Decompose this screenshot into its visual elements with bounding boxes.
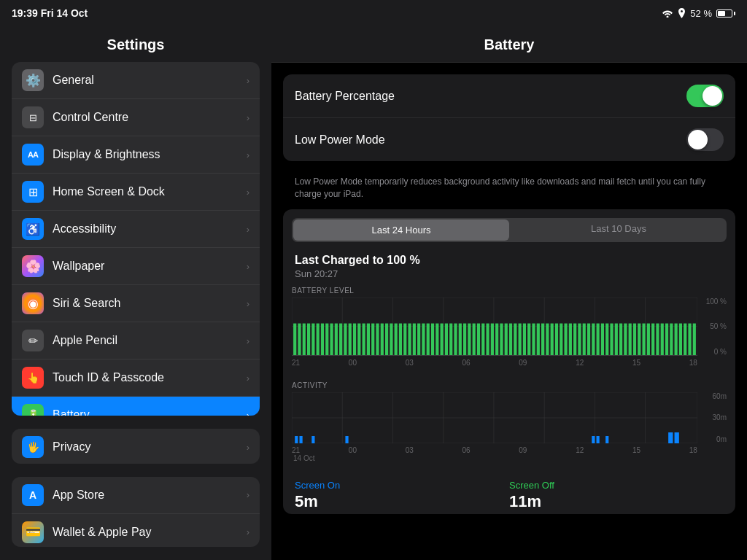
svg-rect-31 — [381, 323, 384, 354]
svg-rect-37 — [408, 323, 411, 354]
detail-title: Battery — [271, 26, 747, 63]
svg-rect-49 — [463, 323, 466, 354]
battery-percentage-status: 52 % — [690, 8, 712, 19]
svg-rect-93 — [665, 323, 668, 354]
svg-rect-32 — [385, 323, 388, 354]
svg-rect-65 — [537, 323, 540, 354]
status-bar: 19:39 Fri 14 Oct 52 % — [0, 0, 747, 26]
low-power-mode-toggle[interactable] — [686, 128, 724, 151]
svg-rect-59 — [509, 323, 512, 354]
apple-pencil-label: Apple Pencil — [53, 334, 247, 347]
battery-chart-container: Last 24 Hours Last 10 Days Last Charged … — [283, 209, 735, 514]
sidebar-item-touch-id[interactable]: 👆 Touch ID & Passcode › — [12, 359, 260, 397]
siri-label: Siri & Search — [53, 297, 247, 310]
battery-level-chart-label: BATTERY LEVEL — [292, 287, 727, 295]
svg-rect-94 — [670, 323, 673, 354]
svg-rect-76 — [587, 323, 590, 354]
sidebar-item-accessibility[interactable]: ♿ Accessibility › — [12, 211, 260, 248]
detail-content: Battery Percentage Low Power Mode Low Po… — [271, 63, 747, 534]
battery-icon-status — [716, 9, 735, 18]
svg-rect-13 — [298, 323, 301, 354]
sidebar-item-app-store[interactable]: A App Store › — [12, 477, 260, 514]
touch-id-label: Touch ID & Passcode — [53, 371, 247, 384]
tab-10d[interactable]: Last 10 Days — [511, 218, 727, 242]
tab-24h[interactable]: Last 24 Hours — [293, 219, 509, 241]
sidebar-item-wallet[interactable]: 💳 Wallet & Apple Pay › — [12, 514, 260, 547]
svg-rect-38 — [413, 323, 416, 354]
svg-rect-90 — [651, 323, 654, 354]
svg-rect-71 — [564, 323, 567, 354]
sidebar-item-display[interactable]: AA Display & Brightness › — [12, 136, 260, 174]
svg-rect-33 — [390, 323, 392, 354]
activity-chart-label: ACTIVITY — [292, 381, 727, 389]
svg-rect-115 — [345, 436, 348, 443]
low-power-mode-row: Low Power Mode — [283, 118, 735, 161]
home-screen-label: Home Screen & Dock — [53, 185, 247, 198]
svg-rect-72 — [569, 323, 572, 354]
status-icons: 52 % — [662, 8, 735, 19]
activity-chart-wrapper: 60m 30m 0m — [292, 392, 727, 443]
chevron-icon: › — [247, 298, 249, 309]
sidebar-item-siri[interactable]: ◉ Siri & Search › — [12, 285, 260, 322]
screen-on-value: 5m — [295, 492, 509, 511]
chevron-icon: › — [247, 489, 249, 500]
svg-rect-95 — [675, 323, 678, 354]
svg-rect-36 — [403, 323, 406, 354]
app-store-icon: A — [22, 484, 44, 506]
sidebar-item-control-centre[interactable]: ⊟ Control Centre › — [12, 99, 260, 136]
svg-rect-20 — [330, 323, 333, 354]
low-power-desc: Low Power Mode temporarily reduces backg… — [283, 170, 735, 209]
wallpaper-icon: 🌸 — [22, 255, 44, 277]
wallet-label: Wallet & Apple Pay — [53, 526, 247, 539]
svg-rect-51 — [473, 323, 476, 354]
svg-rect-89 — [647, 323, 650, 354]
battery-percentage-toggle[interactable] — [686, 85, 724, 107]
svg-rect-56 — [495, 323, 498, 354]
chevron-icon: › — [247, 261, 249, 272]
chevron-icon: › — [247, 373, 249, 384]
svg-rect-83 — [619, 323, 622, 354]
svg-rect-70 — [560, 323, 562, 354]
chevron-icon: › — [247, 526, 249, 537]
svg-rect-113 — [299, 436, 302, 443]
accessibility-label: Accessibility — [53, 222, 247, 236]
sidebar-item-privacy[interactable]: 🖐 Privacy › — [12, 429, 260, 464]
display-icon: AA — [22, 144, 44, 166]
screen-off-label: Screen Off — [509, 480, 724, 491]
status-time: 19:39 Fri 14 Oct — [12, 7, 88, 19]
svg-rect-54 — [486, 323, 489, 354]
control-centre-label: Control Centre — [53, 111, 247, 124]
sidebar-item-wallpaper[interactable]: 🌸 Wallpaper › — [12, 248, 260, 285]
time-tabs: Last 24 Hours Last 10 Days — [292, 218, 727, 242]
chevron-icon: › — [247, 112, 249, 123]
chevron-icon: › — [247, 75, 249, 86]
svg-rect-88 — [642, 323, 645, 354]
chevron-icon: › — [247, 442, 249, 453]
chevron-icon: › — [247, 149, 249, 160]
sidebar-title: Settings — [0, 26, 271, 62]
svg-rect-120 — [675, 432, 679, 443]
display-label: Display & Brightness — [53, 148, 247, 161]
battery-settings-group: Battery Percentage Low Power Mode — [283, 74, 735, 161]
battery-x-axis: 21 00 03 06 09 12 15 18 — [292, 356, 727, 367]
battery-y-labels: 100 % 50 % 0 % — [697, 298, 727, 356]
app-store-label: App Store — [53, 489, 247, 502]
svg-rect-48 — [459, 323, 462, 354]
sidebar: Settings ⚙️ General › ⊟ Control Centre ›… — [0, 26, 271, 560]
sidebar-item-apple-pencil[interactable]: ✏ Apple Pencil › — [12, 322, 260, 359]
svg-rect-14 — [303, 323, 306, 354]
sidebar-item-home-screen[interactable]: ⊞ Home Screen & Dock › — [12, 174, 260, 211]
screen-on-label: Screen On — [295, 480, 509, 491]
svg-rect-39 — [417, 323, 420, 354]
chevron-icon: › — [247, 224, 249, 235]
sidebar-item-general[interactable]: ⚙️ General › — [12, 62, 260, 99]
settings-group-main: ⚙️ General › ⊟ Control Centre › AA Displ… — [12, 62, 260, 416]
svg-rect-44 — [441, 323, 444, 354]
svg-rect-75 — [583, 323, 586, 354]
settings-group-privacy: 🖐 Privacy › — [12, 429, 260, 464]
svg-rect-97 — [684, 323, 686, 354]
svg-rect-17 — [317, 323, 320, 354]
svg-rect-82 — [615, 323, 618, 354]
svg-rect-73 — [573, 323, 576, 354]
sidebar-item-battery[interactable]: 🔋 Battery › — [12, 397, 260, 416]
